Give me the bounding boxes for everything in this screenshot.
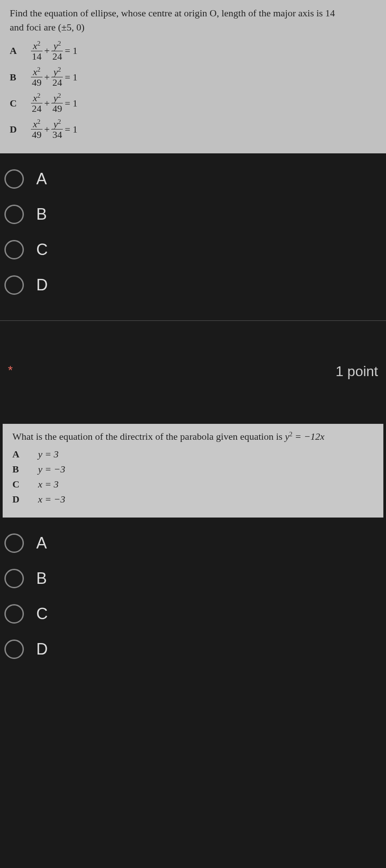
q1-opt-d-letter: D (10, 122, 31, 137)
q1-radio-b-label: B (36, 205, 47, 224)
q1-prompt: Find the equation of ellipse, whose cent… (10, 6, 376, 34)
radio-icon (4, 275, 24, 295)
q2-radio-d-label: D (36, 640, 48, 659)
q2-image: What is the equation of the directrix of… (3, 424, 383, 518)
q2-header: * 1 point (0, 321, 386, 424)
q1-radio-c-label: C (36, 240, 48, 259)
q2-option-b: B y = −3 (12, 464, 374, 475)
radio-icon (4, 569, 24, 588)
q1-option-c: C x224 + y249 = 1 (10, 93, 376, 114)
radio-icon (4, 604, 24, 624)
q1-radio-c[interactable]: C (0, 232, 386, 267)
q1-prompt-line2: and foci are (±5, 0) (10, 20, 376, 34)
q2-radio-d[interactable]: D (0, 632, 386, 667)
q1-radio-d[interactable]: D (0, 267, 386, 303)
q1-prompt-line1: Find the equation of ellipse, whose cent… (10, 6, 376, 20)
q2-prompt: What is the equation of the directrix of… (12, 431, 374, 442)
radio-icon (4, 205, 24, 224)
q2-option-c: C x = 3 (12, 479, 374, 490)
q1-opt-a-letter: A (10, 44, 31, 58)
q1-option-b: B x249 + y224 = 1 (10, 67, 376, 88)
radio-icon (4, 240, 24, 259)
q2-option-a: A y = 3 (12, 449, 374, 460)
q1-opt-c-letter: C (10, 96, 31, 110)
radio-icon (4, 640, 24, 659)
q1-option-d: D x249 + y234 = 1 (10, 119, 376, 140)
radio-icon (4, 169, 24, 189)
q2-radio-b[interactable]: B (0, 561, 386, 596)
q1-answers: A B C D (0, 153, 386, 320)
q2-radio-a[interactable]: A (0, 525, 386, 561)
q1-image: Find the equation of ellipse, whose cent… (0, 0, 386, 153)
q2-radio-b-label: B (36, 569, 47, 588)
q2-radio-a-label: A (36, 534, 47, 552)
required-asterisk: * (8, 363, 13, 377)
points-label: 1 point (336, 363, 378, 380)
q2-radio-c[interactable]: C (0, 596, 386, 632)
q1-option-a: A x214 + y224 = 1 (10, 41, 376, 61)
q1-opt-b-letter: B (10, 70, 31, 84)
q1-radio-d-label: D (36, 276, 48, 294)
q2-radio-c-label: C (36, 605, 48, 623)
q1-radio-a[interactable]: A (0, 161, 386, 197)
q1-radio-b[interactable]: B (0, 197, 386, 232)
q2-option-d: D x = −3 (12, 494, 374, 505)
radio-icon (4, 533, 24, 553)
q1-radio-a-label: A (36, 170, 47, 188)
q2-answers: A B C D (0, 518, 386, 685)
